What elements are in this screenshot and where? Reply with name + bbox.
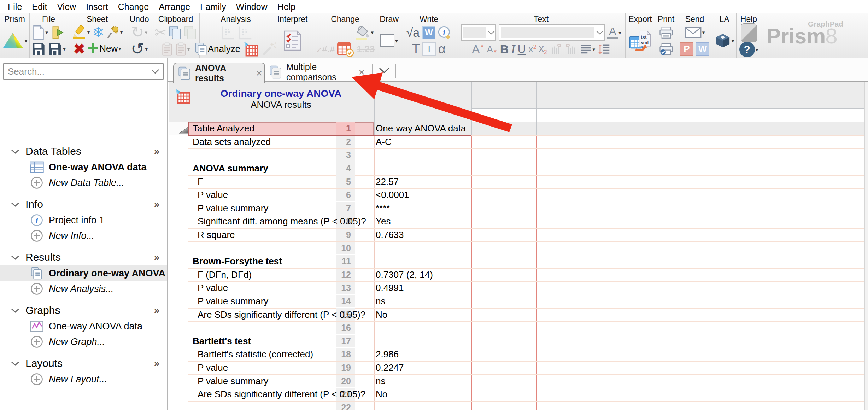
sidebar-section-more[interactable]: » [154, 252, 159, 263]
menu-change[interactable]: Change [113, 2, 154, 12]
print-preview-button[interactable] [659, 43, 674, 55]
layout-assistant-button[interactable]: ▾ [715, 33, 734, 48]
row-value-cell[interactable]: 0.4991 [376, 281, 471, 295]
save-as-button[interactable]: ▾ [48, 42, 66, 56]
menu-edit[interactable]: Edit [27, 2, 52, 12]
font-name-select[interactable] [499, 24, 605, 41]
interpret-checklist-button[interactable] [283, 30, 302, 51]
sidebar-section-more[interactable]: » [154, 146, 159, 157]
word-wrap-button[interactable]: W [422, 26, 435, 39]
underline-button[interactable]: U [518, 43, 526, 55]
search-box[interactable] [3, 63, 164, 80]
search-dropdown-icon[interactable] [151, 69, 160, 74]
row-value-cell[interactable]: 22.57 [376, 175, 471, 188]
close-icon[interactable]: × [358, 66, 365, 78]
font-size-select[interactable] [461, 24, 496, 41]
align-button[interactable]: ▾ [580, 44, 596, 54]
sidebar-section-more[interactable]: » [154, 358, 159, 369]
row-value-cell[interactable]: ns [376, 374, 471, 388]
print-button[interactable] [659, 26, 674, 39]
save-button[interactable] [31, 42, 46, 56]
row-value-cell[interactable]: **** [376, 202, 471, 215]
number-format-button[interactable]: ↙#.# [316, 45, 335, 54]
tab-multiple-comparisons[interactable]: Multiple comparisons× [265, 64, 367, 80]
row-value-cell[interactable]: 2.986 [376, 348, 471, 361]
open-file-button[interactable] [51, 25, 65, 40]
sidebar-item-new-layout[interactable]: New Layout... [0, 371, 167, 387]
menu-file[interactable]: File [3, 2, 27, 12]
row-label-cell[interactable]: Brown-Forsythe test [193, 255, 369, 268]
row-value-cell[interactable]: No [376, 308, 471, 321]
format-table-button[interactable] [337, 41, 354, 57]
row-value-cell[interactable]: 0.2247 [376, 361, 471, 375]
new-info-button[interactable]: i [438, 26, 451, 39]
sidebar-item-one-way-anova-data[interactable]: One-way ANOVA data [0, 159, 167, 175]
italic-button[interactable]: I [511, 43, 515, 55]
rotate-left-button[interactable] [550, 43, 562, 55]
cut-button[interactable]: ✂ [154, 25, 166, 40]
sidebar-section-data-tables[interactable]: Data Tables» [0, 145, 167, 157]
sidebar-item-one-way-anova-data[interactable]: One-way ANOVA data [0, 318, 167, 334]
greek-button[interactable]: α [438, 43, 446, 55]
row-label-cell[interactable]: Bartlett's statistic (corrected) [198, 348, 374, 361]
vertical-scrollbar[interactable] [864, 82, 868, 410]
paste-button[interactable] [162, 42, 173, 56]
bold-button[interactable]: B [500, 43, 509, 55]
export-button[interactable]: txtxml [629, 30, 652, 51]
paste-special-button[interactable]: ▾ [175, 42, 190, 56]
new-sheet-button[interactable]: +New▾ [88, 40, 121, 57]
subscript-button[interactable]: x2 [539, 43, 547, 55]
row-number[interactable]: 16 [336, 322, 355, 334]
line-spacing-button[interactable] [598, 43, 610, 55]
row-label-cell[interactable]: P value [198, 188, 374, 202]
chart-thumb-2[interactable] [237, 25, 252, 40]
menu-family[interactable]: Family [195, 2, 231, 12]
new-file-button[interactable]: ▾ [33, 25, 48, 40]
close-icon[interactable]: × [256, 67, 262, 79]
send-word-button[interactable]: W [696, 42, 709, 56]
font-color-button[interactable]: A▾ [607, 26, 621, 39]
chevron-down-icon[interactable] [11, 202, 20, 207]
sidebar-section-more[interactable]: » [154, 199, 159, 210]
chevron-down-icon[interactable] [11, 308, 20, 313]
font-bigger-button[interactable]: A▲ [472, 43, 485, 55]
tab-anova-results[interactable]: ANOVA results× [173, 63, 265, 83]
text-tool-button[interactable]: T [412, 43, 420, 55]
font-smaller-button[interactable]: A▼ [487, 45, 498, 54]
sidebar-item-new-analysis[interactable]: New Analysis... [0, 281, 167, 297]
sidebar-item-new-graph[interactable]: New Graph... [0, 334, 167, 350]
sidebar-section-layouts[interactable]: Layouts» [0, 357, 167, 369]
rotate-right-button[interactable] [565, 43, 577, 55]
analyze-button[interactable]: Analyze [195, 42, 241, 56]
row-number[interactable]: 3 [336, 149, 355, 162]
prism-academy-button[interactable] [741, 23, 757, 42]
row-label-cell[interactable]: Are SDs significantly different (P < 0.0… [198, 308, 374, 321]
chart-thumb-1[interactable] [220, 25, 235, 40]
row-label-cell[interactable]: F [198, 175, 374, 188]
chevron-down-icon[interactable] [11, 361, 20, 366]
row-label-cell[interactable]: Data sets analyzed [193, 135, 369, 149]
row-label-cell[interactable]: P value [198, 281, 374, 295]
prism-menu-button[interactable]: ▾ [2, 32, 28, 49]
chevron-down-icon[interactable] [11, 149, 20, 154]
sidebar-section-graphs[interactable]: Graphs» [0, 304, 167, 316]
row-value-cell[interactable]: No [376, 388, 471, 401]
sidebar-item-new-data-table[interactable]: New Data Table... [0, 175, 167, 191]
analysis-grid-button[interactable] [243, 41, 259, 57]
row-number[interactable]: 22 [336, 402, 355, 410]
sidebar-section-results[interactable]: Results» [0, 251, 167, 263]
row-label-cell[interactable]: R square [198, 228, 374, 242]
sidebar-item-ordinary-one-way-anova-of-on[interactable]: Ordinary one-way ANOVA of On… [0, 265, 167, 281]
row-label-cell[interactable]: Are SDs significantly different (P < 0.0… [198, 388, 374, 401]
chevron-down-icon[interactable] [11, 255, 20, 260]
text-box-button[interactable]: T [422, 42, 436, 56]
row-value-cell[interactable]: Yes [376, 215, 471, 228]
sidebar-section-info[interactable]: Info» [0, 198, 167, 210]
row-label-cell[interactable]: Significant diff. among means (P < 0.05)… [198, 215, 374, 228]
equation-button[interactable]: √a [406, 27, 420, 39]
menu-help[interactable]: Help [272, 2, 300, 12]
sidebar-section-more[interactable]: » [154, 305, 159, 316]
menu-window[interactable]: Window [231, 2, 272, 12]
help-button[interactable]: ?▾ [739, 42, 758, 57]
row-label-cell[interactable]: ANOVA summary [193, 162, 369, 175]
